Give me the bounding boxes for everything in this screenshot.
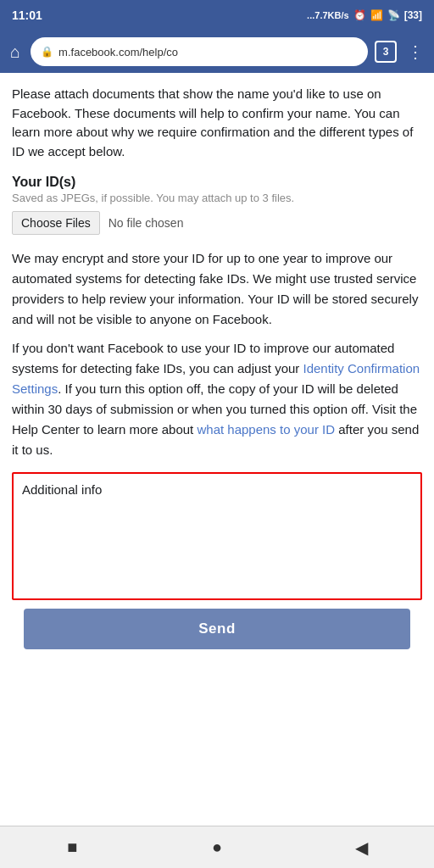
lock-icon: 🔒 bbox=[41, 46, 53, 58]
additional-info-section: Additional info bbox=[12, 472, 422, 600]
page-content: Please attach documents that show the na… bbox=[0, 73, 434, 826]
choose-files-button[interactable]: Choose Files bbox=[12, 211, 100, 235]
id-section-title: Your ID(s) bbox=[12, 175, 422, 190]
url-bar[interactable]: 🔒 m.facebook.com/help/co bbox=[31, 37, 368, 66]
send-button-wrapper: Send bbox=[12, 600, 422, 658]
wifi-icon: 📡 bbox=[387, 9, 400, 21]
home-icon[interactable]: ⌂ bbox=[7, 39, 24, 65]
send-button[interactable]: Send bbox=[24, 609, 410, 649]
back-button[interactable]: ◀ bbox=[345, 831, 379, 865]
bottom-nav: ■ ● ◀ bbox=[0, 826, 434, 868]
additional-info-textarea[interactable] bbox=[22, 502, 412, 587]
no-file-label: No file chosen bbox=[108, 216, 184, 230]
encryption-text-block: If you don't want Facebook to use your I… bbox=[12, 338, 422, 460]
additional-info-label: Additional info bbox=[22, 482, 412, 497]
status-speed: ...7.7KB/s bbox=[307, 10, 349, 20]
tab-badge[interactable]: 3 bbox=[375, 41, 397, 63]
home-button[interactable]: ● bbox=[200, 831, 234, 865]
battery-icon: [33] bbox=[404, 9, 422, 21]
id-subtitle: Saved as JPEGs, if possible. You may att… bbox=[12, 192, 422, 204]
what-happens-link[interactable]: what happens to your ID bbox=[197, 422, 335, 437]
encryption-text-1: We may encrypt and store your ID for up … bbox=[12, 248, 422, 330]
stop-button[interactable]: ■ bbox=[55, 831, 89, 865]
intro-text: Please attach documents that show the na… bbox=[12, 85, 422, 161]
status-time: 11:01 bbox=[12, 8, 42, 22]
menu-icon[interactable]: ⋮ bbox=[403, 38, 427, 65]
browser-bar: ⌂ 🔒 m.facebook.com/help/co 3 ⋮ bbox=[0, 31, 434, 73]
url-text: m.facebook.com/help/co bbox=[58, 46, 178, 58]
alarm-icon: ⏰ bbox=[353, 9, 366, 21]
status-bar: 11:01 ...7.7KB/s ⏰ 📶 📡 [33] bbox=[0, 0, 434, 31]
signal-icon: 📶 bbox=[370, 9, 383, 21]
status-right: ...7.7KB/s ⏰ 📶 📡 [33] bbox=[307, 9, 422, 21]
file-input-row: Choose Files No file chosen bbox=[12, 211, 422, 235]
